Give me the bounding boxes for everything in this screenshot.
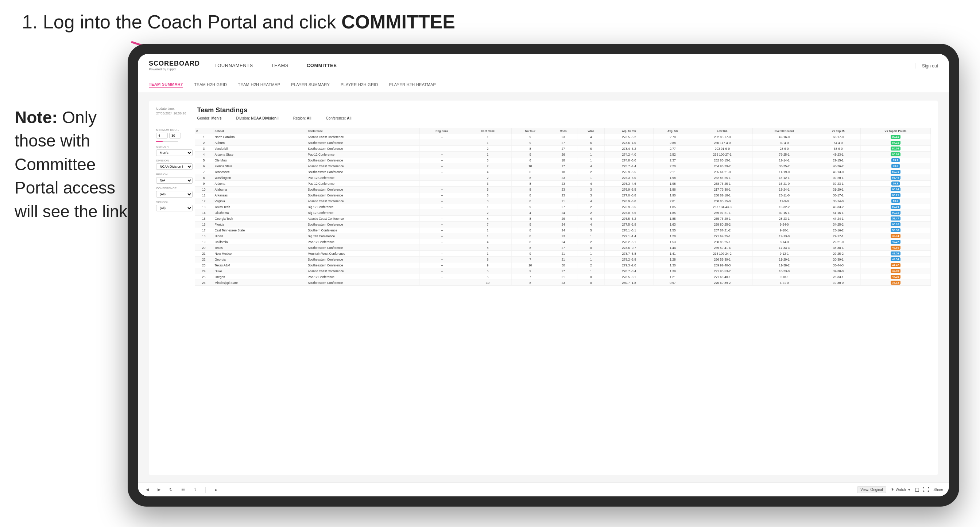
update-time: Update time: 27/03/2024 16:56:26 bbox=[156, 106, 186, 116]
toolbar-watch[interactable]: 👁 Watch ▼ bbox=[891, 487, 911, 492]
tablet-screen: SCOREBOARD Powered by clippd TOURNAMENTS… bbox=[138, 54, 949, 496]
col-rnds: Rnds bbox=[549, 128, 578, 134]
table-row: 7TennesseeSoutheastern Conference–461822… bbox=[195, 169, 931, 175]
division-select[interactable]: NCAA Division I NCAA Division II bbox=[156, 163, 192, 170]
table-row: 4Arizona StatePac-12 Conference–19261274… bbox=[195, 152, 931, 157]
control-region: Region N/A All bbox=[156, 173, 189, 184]
step-number: 1. bbox=[22, 11, 38, 32]
table-row: 5Ole MissSoutheastern Conference–3618127… bbox=[195, 157, 931, 163]
toolbar-icon1[interactable]: □ bbox=[915, 487, 919, 493]
col-conference: Conference bbox=[306, 128, 420, 134]
gender-select[interactable]: Men's Women's bbox=[156, 149, 192, 156]
watch-icon: 👁 bbox=[891, 487, 894, 492]
control-division: Division NCAA Division I NCAA Division I… bbox=[156, 159, 189, 170]
col-vs50: Vs Top 50 Points bbox=[861, 128, 931, 134]
note-bold: Note: bbox=[14, 108, 57, 127]
note-text: Note: Only those with Committee Portal a… bbox=[14, 106, 128, 223]
nav-bar: SCOREBOARD Powered by clippd TOURNAMENTS… bbox=[138, 54, 949, 77]
table-row: 3VanderbiltSoutheastern Conference–28276… bbox=[195, 146, 931, 152]
bottom-toolbar: ◀ ▶ ↻ ☷ ⇧ | ● View: Original 👁 Watch ▼ □… bbox=[138, 483, 949, 496]
toolbar-clock[interactable]: ● bbox=[212, 487, 219, 493]
table-header: # School Conference Reg Rank Conf Rank N… bbox=[195, 128, 931, 134]
subnav-player-summary[interactable]: PLAYER SUMMARY bbox=[291, 83, 330, 88]
subnav-team-summary[interactable]: TEAM SUMMARY bbox=[149, 82, 183, 88]
subnav-team-h2h-heatmap[interactable]: TEAM H2H HEATMAP bbox=[238, 83, 280, 88]
table-row: 18IllinoisBig Ten Conference–18231279.1 … bbox=[195, 233, 931, 239]
toolbar-right: View: Original 👁 Watch ▼ □ ⛶ Share bbox=[857, 486, 943, 493]
slider-fill bbox=[156, 141, 163, 142]
toolbar-share[interactable]: Share bbox=[933, 487, 943, 492]
step-text: Log into the Coach Portal and click bbox=[43, 11, 341, 32]
table-body: 1North CarolinaAtlantic Coast Conference… bbox=[195, 134, 931, 286]
watch-label: Watch bbox=[896, 487, 906, 492]
nav-tournaments[interactable]: TOURNAMENTS bbox=[215, 63, 253, 68]
control-school: School (All) bbox=[156, 200, 189, 211]
table-row: 24DukeAtlantic Coast Conference–59271278… bbox=[195, 268, 931, 274]
toolbar-reload[interactable]: ↻ bbox=[167, 486, 175, 493]
nav-teams[interactable]: TEAMS bbox=[271, 63, 288, 68]
subnav-team-h2h-grid[interactable]: TEAM H2H GRID bbox=[194, 83, 227, 88]
standings-table: # School Conference Reg Rank Conf Rank N… bbox=[195, 128, 931, 286]
logo-scoreboard: SCOREBOARD bbox=[149, 60, 200, 67]
region-select[interactable]: N/A All bbox=[156, 177, 192, 184]
filter-row: Gender: Men's Division: NCAA Division I … bbox=[197, 116, 931, 120]
table-row: 9ArizonaPac-12 Conference–38234276.3 -4.… bbox=[195, 181, 931, 187]
sub-nav: TEAM SUMMARY TEAM H2H GRID TEAM H2H HEAT… bbox=[138, 77, 949, 93]
toolbar-icon2[interactable]: ⛶ bbox=[923, 487, 929, 493]
col-avg-sg: Avg. SG bbox=[654, 128, 692, 134]
table-row: 16FloridaSoutheastern Conference–7924427… bbox=[195, 222, 931, 227]
table-row: 15Georgia TechAtlantic Coast Conference–… bbox=[195, 216, 931, 222]
toolbar-grid[interactable]: ☷ bbox=[179, 486, 187, 493]
left-controls: Minimum Rou... bbox=[156, 128, 189, 459]
table-row: 17East Tennessee StateSouthern Conferenc… bbox=[195, 227, 931, 233]
subnav-player-h2h-heatmap[interactable]: PLAYER H2H HEATMAP bbox=[389, 83, 436, 88]
table-row: 23Texas A&MSoutheastern Conference–91030… bbox=[195, 262, 931, 268]
step-highlight: COMMITTEE bbox=[341, 11, 455, 32]
subnav-player-h2h-grid[interactable]: PLAYER H2H GRID bbox=[340, 83, 378, 88]
filter-division: Division: NCAA Division I bbox=[236, 116, 278, 120]
control-min-rounds: Minimum Rou... bbox=[156, 128, 189, 142]
main-layout: Minimum Rou... bbox=[156, 128, 931, 459]
sign-out-btn[interactable]: Sign out bbox=[922, 63, 938, 68]
table-row: 10AlabamaSoutheastern Conference–5823327… bbox=[195, 187, 931, 192]
col-no-tour: No Tour bbox=[511, 128, 549, 134]
filter-conference: Conference: All bbox=[326, 116, 352, 120]
logo-area: SCOREBOARD Powered by clippd bbox=[149, 60, 200, 71]
table-row: 13Texas TechBig 12 Conference–19272276.9… bbox=[195, 204, 931, 210]
table-row: 20TexasSoutheastern Conference–88270278.… bbox=[195, 245, 931, 251]
col-conf-rank: Conf Rank bbox=[464, 128, 511, 134]
col-wins: Wins bbox=[578, 128, 605, 134]
content-card: Update time: 27/03/2024 16:56:26 Team St… bbox=[149, 101, 938, 475]
toolbar-share2[interactable]: ⇧ bbox=[191, 486, 199, 493]
table-row: 8WashingtonPac-12 Conference–28231276.3 … bbox=[195, 175, 931, 181]
col-reg-rank: Reg Rank bbox=[420, 128, 464, 134]
toolbar-back[interactable]: ◀ bbox=[144, 486, 151, 493]
toolbar-view-btn[interactable]: View: Original bbox=[857, 486, 886, 493]
col-rank: # bbox=[195, 128, 213, 134]
max-rounds-input[interactable] bbox=[169, 133, 181, 138]
table-row: 19CaliforniaPac-12 Conference–48242278.2… bbox=[195, 239, 931, 245]
table-container: # School Conference Reg Rank Conf Rank N… bbox=[195, 128, 931, 459]
control-conference: Conference (All) bbox=[156, 187, 189, 198]
col-adj: Adj. To Par bbox=[605, 128, 654, 134]
table-row: 21New MexicoMountain West Conference–192… bbox=[195, 251, 931, 257]
filter-gender: Gender: Men's bbox=[197, 116, 222, 120]
main-content: Update time: 27/03/2024 16:56:26 Team St… bbox=[138, 93, 949, 483]
col-school: School bbox=[213, 128, 306, 134]
col-low-rd: Low Rd. bbox=[692, 128, 752, 134]
table-row: 11ArkansasSoutheastern Conference–682332… bbox=[195, 192, 931, 198]
slider-track bbox=[156, 141, 178, 142]
watch-arrow: ▼ bbox=[907, 487, 911, 492]
school-select[interactable]: (All) bbox=[156, 205, 192, 211]
control-gender: Gender Men's Women's bbox=[156, 145, 189, 156]
table-row: 25OregonPac-12 Conference–57210278.5 -3.… bbox=[195, 274, 931, 280]
nav-committee[interactable]: COMMITTEE bbox=[307, 63, 337, 68]
toolbar-forward[interactable]: ▶ bbox=[155, 486, 163, 493]
slider-row[interactable] bbox=[156, 141, 189, 142]
table-row: 1North CarolinaAtlantic Coast Conference… bbox=[195, 134, 931, 140]
min-rounds-input[interactable] bbox=[156, 133, 168, 138]
table-row: 26Mississippi StateSoutheastern Conferen… bbox=[195, 280, 931, 286]
tablet-frame: SCOREBOARD Powered by clippd TOURNAMENTS… bbox=[128, 44, 959, 506]
conference-select[interactable]: (All) bbox=[156, 191, 192, 198]
card-header: Update time: 27/03/2024 16:56:26 Team St… bbox=[156, 106, 931, 125]
